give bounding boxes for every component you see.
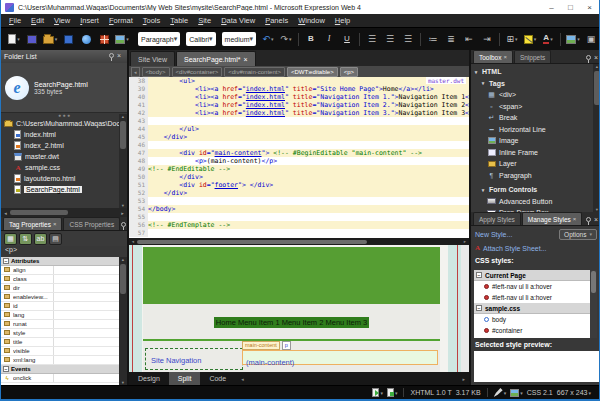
summary-view-button[interactable]: ▤	[49, 233, 62, 245]
tab-snippets[interactable]: Snippets	[514, 50, 551, 63]
file-item[interactable]: Asample.css	[1, 162, 127, 173]
categorized-view-button[interactable]: ▦	[4, 233, 17, 245]
italic-button[interactable]: I	[321, 31, 337, 47]
minimize-button[interactable]: –	[542, 1, 561, 14]
design-canvas[interactable]: Home Menu Item 1 Menu Item 2 Menu Item 3…	[143, 245, 440, 372]
toolbox-item[interactable]: ▫<span>	[471, 101, 593, 113]
region-chip-main-content[interactable]: main-content	[242, 341, 280, 350]
align-center-button[interactable]: ☰	[382, 31, 398, 47]
code-view[interactable]: master.dwt 38 <ul>39 <li><a href="index.…	[129, 77, 469, 238]
code-line[interactable]: 39 <li><a href="index.html" title="Site …	[129, 85, 469, 93]
bullet-list-button[interactable]: ≣	[443, 31, 459, 47]
attribute-value-cell[interactable]	[53, 311, 119, 319]
file-item[interactable]: index.html	[1, 129, 127, 140]
view-tab-design[interactable]: Design	[129, 372, 169, 385]
view-tab-code[interactable]: Code	[200, 372, 235, 385]
grid-section-header[interactable]: −Events	[1, 365, 119, 374]
code-line[interactable]: 57	[129, 229, 469, 237]
document-tab-searchpagehtml[interactable]: SearchPage.html*×	[176, 51, 256, 66]
attribute-value-cell[interactable]	[53, 347, 119, 355]
code-line[interactable]: 45 </div>	[129, 133, 469, 141]
code-line[interactable]: 41 <li><a href="index.html" title="Navig…	[129, 101, 469, 109]
menu-format[interactable]: Format	[104, 16, 138, 25]
undo-button[interactable]: ↶▾	[260, 31, 276, 47]
attribute-row[interactable]: title	[1, 338, 119, 347]
folder-hscrollbar[interactable]: ◂▸	[1, 208, 127, 217]
menu-insert[interactable]: Insert	[75, 16, 104, 25]
menu-tools[interactable]: Tools	[138, 16, 166, 25]
code-line[interactable]: 44 </ul>	[129, 125, 469, 133]
style-rule-item[interactable]: #header	[474, 336, 593, 338]
breadcrumb-tag[interactable]: <DWT:editable>	[287, 67, 338, 77]
attribute-value-cell[interactable]	[53, 266, 119, 274]
code-line[interactable]: 52 </div>	[129, 189, 469, 197]
style-application-button[interactable]: ▾	[510, 389, 523, 397]
attribute-row[interactable]: dir	[1, 284, 119, 293]
code-line[interactable]: 54</body>	[129, 205, 469, 213]
style-rule-item[interactable]: body	[474, 314, 593, 325]
attribute-row[interactable]: style	[1, 329, 119, 338]
design-menu-bar[interactable]: Home Menu Item 1 Menu Item 2 Menu Item 3	[143, 311, 440, 329]
highlight-button[interactable]: ▾	[522, 31, 538, 47]
attribute-value-cell[interactable]	[53, 293, 119, 301]
menu-data-view[interactable]: Data View	[216, 16, 260, 25]
pin-icon[interactable]	[586, 217, 591, 222]
breadcrumb-tag[interactable]: <body>	[142, 67, 170, 77]
style-group-header[interactable]: −Current Page	[474, 270, 593, 281]
menu-panels[interactable]: Panels	[260, 16, 293, 25]
styles-vscrollbar[interactable]	[590, 270, 597, 338]
design-site-navigation-box[interactable]: Site Navigation	[145, 348, 243, 370]
breadcrumb-scroll-left-icon[interactable]: ◂	[131, 67, 140, 77]
save-button[interactable]	[60, 31, 76, 47]
options-button[interactable]: Options▾	[559, 229, 597, 240]
close-button[interactable]: ×	[580, 1, 599, 14]
editable-region-box[interactable]: (main-content)	[242, 350, 438, 365]
folder-vscrollbar[interactable]: ▴▾	[119, 114, 127, 208]
attribute-row[interactable]: ϟonclick	[1, 374, 119, 383]
region-chip-p[interactable]: p	[282, 341, 291, 350]
grid-section-header[interactable]: −Attributes	[1, 257, 119, 266]
toolbox-item[interactable]: Layer	[471, 158, 593, 170]
positioning-button[interactable]: ▣	[583, 31, 599, 47]
code-hscrollbar[interactable]: ◂▸	[129, 238, 469, 245]
pin-icon[interactable]	[586, 55, 591, 60]
attribute-row[interactable]: align	[1, 266, 119, 275]
close-icon[interactable]: ×	[594, 216, 598, 223]
attribute-row[interactable]: runat	[1, 320, 119, 329]
toolbox-section-form-controls[interactable]: ▾Form Controls	[471, 184, 593, 196]
menu-file[interactable]: File	[4, 16, 26, 25]
code-line[interactable]: 42 <li><a href="index.html" title="Navig…	[129, 109, 469, 117]
breadcrumb-tag[interactable]: <p>	[340, 67, 358, 77]
insert-table-button[interactable]: ⊞▾	[504, 31, 520, 47]
page-dimensions-indicator[interactable]: 667 x 243▾	[557, 389, 591, 396]
code-line[interactable]: 47 <div id="main-content"> <!-- #BeginEd…	[129, 149, 469, 157]
toolbox-item[interactable]: Inline Frame	[471, 147, 593, 159]
attribute-row[interactable]: class	[1, 275, 119, 284]
code-line[interactable]: 46	[129, 141, 469, 149]
bold-button[interactable]: B	[303, 31, 319, 47]
attribute-value-cell[interactable]	[53, 329, 119, 337]
numbered-list-button[interactable]: ≔	[425, 31, 441, 47]
visual-aids-button[interactable]: ▾	[494, 388, 507, 397]
publish-status-button[interactable]: ▾	[372, 388, 383, 397]
toolbox-item[interactable]: Advanced Button	[471, 196, 593, 208]
preview-in-browser-button[interactable]	[78, 31, 94, 47]
toolbox-vscrollbar[interactable]: ▴▾	[593, 64, 600, 212]
close-icon[interactable]: ×	[53, 221, 57, 227]
menu-view[interactable]: View	[49, 16, 75, 25]
breadcrumb-tag[interactable]: <div#main-content>	[224, 67, 285, 77]
new-document-button[interactable]: ▾	[6, 31, 22, 47]
toolbox-item[interactable]: ↵Break	[471, 112, 593, 124]
collapse-icon[interactable]: −	[476, 305, 482, 311]
font-name-dropdown[interactable]: Calibri▾	[186, 32, 215, 46]
redo-button[interactable]: ↷▾	[278, 31, 294, 47]
underline-button[interactable]: U	[339, 31, 355, 47]
document-tab-siteview[interactable]: Site View	[130, 51, 175, 66]
collapse-icon[interactable]: −	[3, 258, 9, 264]
attribute-row[interactable]: visible	[1, 347, 119, 356]
code-line[interactable]: 55	[129, 213, 469, 221]
style-group-header[interactable]: −sample.css	[474, 303, 593, 314]
insert-picture-button[interactable]: ▾	[114, 31, 130, 47]
attribute-row[interactable]: lang	[1, 311, 119, 320]
collapse-icon[interactable]: −	[476, 272, 482, 278]
